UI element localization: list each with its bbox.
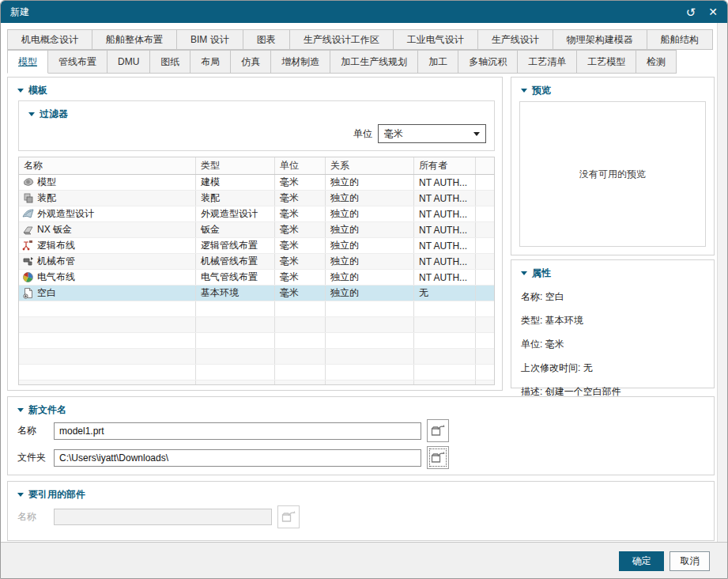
templates-group-header[interactable]: 模板 [8, 78, 502, 97]
template-cell: 建模 [196, 175, 275, 190]
undo-reset-icon[interactable]: ↺ [686, 6, 696, 18]
template-cell: 独立的 [326, 175, 414, 190]
tab-管线布置[interactable]: 管线布置 [47, 50, 108, 74]
collapse-triangle-icon [17, 89, 24, 93]
template-cell [476, 270, 494, 285]
browse-file-button[interactable] [427, 419, 449, 442]
template-cell: 机械管线布置 [196, 254, 275, 269]
template-cell: 独立的 [326, 191, 414, 206]
empty-cell [275, 317, 326, 332]
properties-group-header[interactable]: 属性 [511, 260, 714, 280]
template-cell: 毫米 [275, 175, 326, 190]
tab-多轴沉积[interactable]: 多轴沉积 [458, 50, 518, 74]
tab-增材制造[interactable]: 增材制造 [270, 50, 330, 74]
template-cell: 基本环境 [196, 286, 275, 301]
column-header-所有者[interactable]: 所有者 [414, 157, 476, 174]
tab-检测[interactable]: 检测 [636, 50, 677, 74]
tab-船舶结构[interactable]: 船舶结构 [647, 29, 713, 50]
column-header-名称[interactable]: 名称 [19, 157, 196, 174]
tab-加工生产线规划[interactable]: 加工生产线规划 [330, 50, 418, 74]
empty-cell [476, 365, 494, 380]
sheet-metal-icon [22, 224, 34, 236]
open-folder-icon [281, 510, 296, 524]
tab-工业电气设计[interactable]: 工业电气设计 [393, 29, 478, 50]
template-name-cell: 装配 [19, 191, 196, 206]
tab-布局[interactable]: 布局 [190, 50, 231, 74]
new-filename-group-header[interactable]: 新文件名 [8, 397, 714, 417]
tab-图表[interactable]: 图表 [243, 29, 290, 50]
template-row-模型[interactable]: 模型建模毫米独立的NT AUTH... [19, 175, 494, 191]
tab-图纸[interactable]: 图纸 [149, 50, 190, 74]
new-filename-group-title: 新文件名 [28, 403, 66, 417]
preview-group-header[interactable]: 预览 [511, 78, 714, 97]
unit-dropdown[interactable]: 毫米 [378, 124, 486, 143]
tab-DMU[interactable]: DMU [107, 50, 150, 74]
tab-工艺清单[interactable]: 工艺清单 [517, 50, 577, 74]
reference-part-group-header[interactable]: 要引用的部件 [8, 482, 714, 501]
template-row-机械布管[interactable]: 机械布管机械管线布置毫米独立的NT AUTH... [19, 254, 494, 270]
empty-cell [196, 349, 275, 364]
template-row-NX 钣金[interactable]: NX 钣金钣金毫米独立的NT AUTH... [19, 222, 494, 238]
column-header-关系[interactable]: 关系 [326, 157, 414, 174]
filter-group: 过滤器 单位 毫米 [18, 100, 495, 151]
template-cell: NT AUTH... [414, 270, 476, 285]
mechanical-routing-icon [22, 255, 34, 267]
tab-船舶整体布置[interactable]: 船舶整体布置 [92, 29, 177, 50]
tab-生产线设计工作区[interactable]: 生产线设计工作区 [289, 29, 394, 50]
column-header-单位[interactable]: 单位 [275, 157, 326, 174]
folder-label: 文件夹 [17, 451, 54, 464]
chevron-down-icon [473, 132, 480, 136]
template-row-空白[interactable]: 空白基本环境毫米独立的无 [19, 286, 494, 301]
template-cell [476, 286, 494, 301]
empty-cell [196, 380, 275, 385]
empty-cell [275, 349, 326, 364]
template-row-empty [19, 365, 494, 380]
empty-cell [19, 333, 196, 348]
collapse-triangle-icon [521, 89, 527, 93]
right-margin [717, 23, 727, 542]
title-bar: 新建 ↺ ✕ [1, 1, 727, 23]
template-cell: 毫米 [275, 270, 326, 285]
open-folder-icon [431, 424, 446, 437]
tab-工艺模型[interactable]: 工艺模型 [576, 50, 636, 74]
tab-BIM 设计[interactable]: BIM 设计 [176, 29, 243, 50]
tab-模型[interactable]: 模型 [7, 50, 48, 74]
template-name-cell: 模型 [19, 175, 196, 190]
browse-folder-button[interactable] [427, 446, 449, 469]
empty-cell [476, 380, 494, 385]
template-row-装配[interactable]: 装配装配毫米独立的NT AUTH... [19, 191, 494, 206]
tab-生产线设计[interactable]: 生产线设计 [477, 29, 553, 50]
template-name-cell: NX 钣金 [19, 222, 196, 237]
tab-物理架构建模器[interactable]: 物理架构建模器 [553, 29, 647, 50]
new-part-dialog: 新建 ↺ ✕ 机电概念设计船舶整体布置BIM 设计图表生产线设计工作区工业电气设… [0, 0, 728, 579]
model-part-icon [22, 176, 34, 188]
template-cell: 毫米 [275, 286, 326, 301]
tab-仿真[interactable]: 仿真 [230, 50, 271, 74]
template-row-电气布线[interactable]: 电气布线电气管线布置毫米独立的NT AUTH... [19, 270, 494, 286]
template-row-逻辑布线[interactable]: 逻辑布线逻辑管线布置毫米独立的NT AUTH... [19, 238, 494, 254]
template-cell: NT AUTH... [414, 191, 476, 206]
ok-button[interactable]: 确定 [619, 551, 664, 571]
empty-cell [326, 349, 414, 364]
empty-cell [19, 365, 196, 380]
empty-cell [414, 333, 476, 348]
folder-row: 文件夹 [17, 446, 449, 469]
tab-机电概念设计[interactable]: 机电概念设计 [7, 29, 92, 50]
reference-name-input [54, 509, 272, 525]
close-icon[interactable]: ✕ [708, 6, 718, 17]
template-cell: 毫米 [275, 191, 326, 206]
filter-group-header[interactable]: 过滤器 [19, 101, 494, 121]
column-header-类型[interactable]: 类型 [196, 157, 275, 174]
properties-list: 名称: 空白类型: 基本环境单位: 毫米上次修改时间: 无描述: 创建一个空白部… [511, 290, 714, 399]
reference-name-row: 名称 [17, 505, 300, 528]
template-row-外观造型设计[interactable]: 外观造型设计外观造型设计毫米独立的NT AUTH... [19, 206, 494, 222]
empty-cell [19, 301, 196, 316]
cancel-button[interactable]: 取消 [670, 551, 710, 571]
template-cell: 电气管线布置 [196, 270, 275, 285]
folder-path-input[interactable] [54, 449, 421, 467]
template-cell [476, 175, 494, 190]
empty-cell [275, 380, 326, 385]
filter-group-title: 过滤器 [40, 108, 68, 121]
tab-加工[interactable]: 加工 [417, 50, 458, 74]
file-name-input[interactable] [54, 422, 421, 440]
